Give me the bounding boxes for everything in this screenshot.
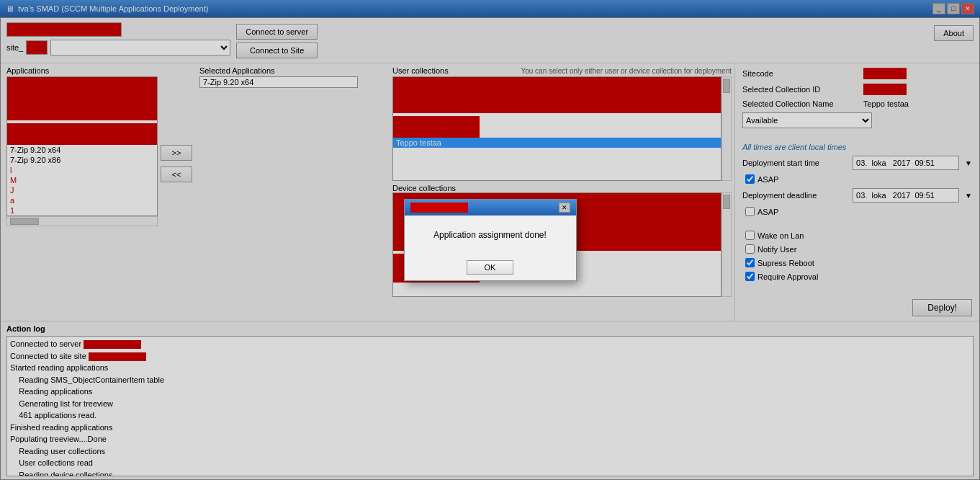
modal-body: Application assignment done! bbox=[405, 215, 576, 254]
modal-title-text bbox=[410, 203, 468, 213]
modal-overlay: ✕ Application assignment done! OK bbox=[0, 0, 980, 480]
modal-title-bar: ✕ bbox=[405, 200, 576, 215]
modal-message: Application assignment done! bbox=[433, 230, 547, 240]
modal-footer: OK bbox=[405, 254, 576, 280]
modal-dialog: ✕ Application assignment done! OK bbox=[404, 199, 577, 281]
modal-close-button[interactable]: ✕ bbox=[559, 203, 570, 213]
modal-ok-button[interactable]: OK bbox=[467, 260, 514, 275]
